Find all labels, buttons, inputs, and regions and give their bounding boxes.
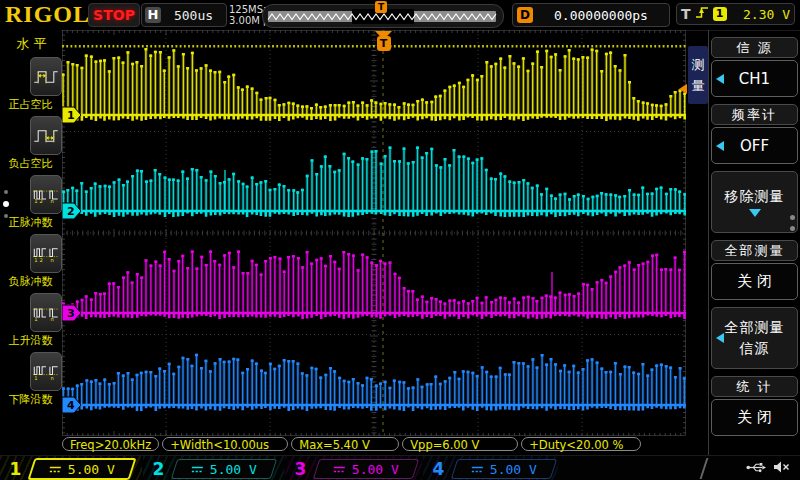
channel-scale: 5.00 V (352, 461, 399, 476)
softkey-item-5[interactable]: 全部测量信源 (711, 307, 798, 369)
channel-1-status[interactable]: 1 5.00 V (0, 456, 142, 480)
top-status-bar: RIGOL STOP H 500us 125MSa/s 3.00M pts T … (0, 0, 800, 31)
trigger-position-marker[interactable]: T (375, 31, 392, 51)
left-softkey-5[interactable]: 1n (30, 293, 62, 332)
rigol-logo: RIGOL (5, 1, 90, 28)
svg-text:4: 4 (67, 399, 75, 412)
trigger-slope-icon (695, 5, 709, 24)
channel-4-status[interactable]: 4 5.00 V (423, 456, 558, 480)
svg-text:n: n (51, 198, 54, 204)
left-softkey-6[interactable]: 1n (30, 352, 62, 391)
measurement-result: Vpp=6.00 V (402, 437, 518, 451)
channel-scale: 5.00 V (490, 461, 537, 476)
softkey-title: 信 源 (711, 37, 798, 58)
trigger-source-badge: 1 (713, 7, 727, 21)
left-softkey-label: 下降沿数 (0, 392, 61, 407)
delay-value: 0.00000000ps (533, 8, 669, 23)
left-arrow-icon (716, 333, 724, 343)
channel-scale-box: 5.00 V (171, 459, 277, 479)
right-softkey-menu: 信 源CH1频率计OFF移除测量全部测量关 闭全部测量信源统 计关 闭 (711, 30, 798, 436)
page-dot (4, 214, 8, 218)
channel-scale-box: 5.00 V (27, 458, 136, 480)
usb-icon (746, 459, 766, 478)
svg-text:n: n (51, 316, 54, 322)
channel-scale-box: 5.00 V (313, 459, 419, 479)
left-softkey-label: 负脉冲数 (0, 274, 61, 289)
channel-status-bar: 1 5.00 V 2 5.00 V 3 (0, 455, 800, 480)
horizontal-label: H (145, 7, 161, 23)
softkey-title: 全部测量 (711, 240, 798, 261)
softkey-title: 统 计 (711, 376, 798, 397)
left-softkey-menu: 水平 正占空比 负占空比 12n 正脉冲数 12n 负脉冲数 1n 上升沿数 1… (0, 30, 61, 438)
left-softkey-label: 正占空比 (0, 97, 61, 112)
left-softkey-2[interactable] (30, 116, 62, 155)
svg-text:2: 2 (40, 198, 43, 204)
channel-scale-box: 5.00 V (451, 459, 557, 479)
channel-number: 3 (294, 459, 307, 479)
measurement-result: Freq>20.0kHz (62, 437, 159, 451)
dc-coupling-icon (471, 464, 484, 473)
horizontal-timebase-box: H 500us (141, 3, 227, 27)
right-menu-page-dots (790, 215, 795, 231)
waveform-display: 1234 (62, 30, 686, 436)
svg-text:n: n (51, 375, 54, 381)
svg-text:2: 2 (40, 257, 43, 263)
trigger-level-value: 2.30 V (731, 7, 790, 22)
dc-coupling-icon (333, 464, 346, 473)
page-dot (790, 226, 795, 231)
left-softkey-label: 负占空比 (0, 156, 61, 171)
softkey-item-4[interactable]: 关 闭 (711, 263, 798, 300)
down-arrow-icon (749, 209, 761, 217)
measure-menu-tab: 测 量 (688, 46, 708, 104)
left-menu-title: 水平 (6, 35, 61, 53)
menu-separator (708, 30, 709, 455)
channel-number: 4 (432, 459, 445, 479)
left-softkey-label: 上升沿数 (0, 333, 61, 348)
measurement-result: Max=5.40 V (291, 437, 399, 451)
measurement-result: +Duty<20.00 % (521, 437, 641, 451)
left-arrow-icon (716, 141, 724, 151)
svg-text:1: 1 (34, 375, 37, 381)
trigger-level-marker[interactable] (679, 84, 687, 94)
left-menu-page-dots (3, 190, 9, 218)
page-dot (790, 215, 795, 220)
channel-number: 1 (9, 459, 22, 479)
svg-text:n: n (51, 257, 54, 263)
page-dot (4, 190, 8, 194)
softkey-item-6[interactable]: 关 闭 (711, 399, 798, 436)
timebase-value: 500us (161, 8, 226, 23)
svg-text:1: 1 (34, 198, 37, 204)
trigger-label: T (681, 6, 691, 22)
trigger-position-mini-marker: T (375, 1, 387, 13)
svg-text:2: 2 (67, 205, 75, 218)
left-softkey-1[interactable] (30, 57, 62, 96)
softkey-title: 频率计 (711, 104, 798, 125)
softkey-item-2[interactable]: OFF (711, 127, 798, 164)
svg-text:1: 1 (34, 257, 37, 263)
page-dot-active (3, 201, 9, 207)
bottom-bar-separator (700, 458, 709, 479)
dc-coupling-icon (191, 464, 204, 473)
delay-box: D 0.00000000ps (512, 3, 670, 27)
channel-number: 2 (152, 459, 165, 479)
svg-text:1: 1 (67, 109, 75, 122)
channel-3-status[interactable]: 3 5.00 V (285, 456, 422, 480)
left-softkey-label: 正脉冲数 (0, 215, 61, 230)
trigger-status-box: T 1 2.30 V (676, 3, 795, 25)
softkey-item-1[interactable]: CH1 (711, 60, 798, 97)
speaker-muted-icon (773, 459, 790, 478)
svg-text:1: 1 (34, 316, 37, 322)
run-state-indicator: STOP (88, 3, 140, 27)
left-arrow-icon (716, 74, 724, 84)
channel-scale: 5.00 V (210, 461, 257, 476)
measurement-result: +Width<10.00us (162, 437, 288, 451)
measurement-results-bar: Freq>20.0kHz+Width<10.00usMax=5.40 VVpp=… (62, 437, 641, 453)
left-softkey-3[interactable]: 12n (30, 175, 62, 214)
left-softkey-4[interactable]: 12n (30, 234, 62, 273)
channel-2-status[interactable]: 2 5.00 V (143, 456, 284, 480)
delay-label: D (517, 7, 533, 23)
channel-scale: 5.00 V (68, 461, 115, 476)
dc-coupling-icon (49, 464, 62, 473)
softkey-item-3[interactable]: 移除测量 (711, 171, 798, 233)
svg-text:3: 3 (67, 307, 75, 320)
